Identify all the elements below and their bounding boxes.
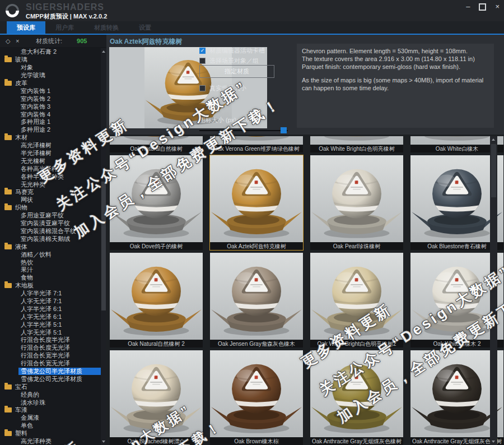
scrollbar-thumb[interactable] [101, 182, 106, 310]
icon-size-slider[interactable] [199, 127, 288, 133]
tree-item[interactable]: 人字无光泽 7:1 [0, 298, 101, 305]
tree-item[interactable]: 食物 [0, 274, 101, 282]
tree-item[interactable]: 多种用途 1 [0, 118, 101, 126]
tree-item[interactable]: 室内装潢亚麻平纹 [0, 220, 101, 228]
material-thumbnail [110, 136, 203, 145]
material-tile[interactable]: Oak Anthracite Gray无烟煤灰色橡树 [310, 350, 403, 445]
tree-folder[interactable]: 玻璃 [0, 56, 101, 64]
tree-label: 木地板 [15, 281, 34, 290]
tree-item[interactable]: 网状 [0, 196, 101, 204]
tree-item[interactable]: 多用途亚麻平纹 [0, 212, 101, 220]
tree-item[interactable]: 热饮 [0, 258, 101, 266]
grid-scroll-up-icon[interactable] [492, 138, 495, 141]
tree-item[interactable]: 行混合长宽半光泽 [0, 352, 101, 360]
tree-item[interactable]: 淡水珍珠 [0, 398, 101, 406]
slider-track[interactable] [199, 130, 288, 131]
tree-item[interactable]: 意大利石膏 2 [0, 48, 101, 56]
tree-item[interactable]: 金属漆 [0, 414, 101, 422]
tree-item[interactable]: 行混合长度半光泽 [0, 336, 101, 344]
scroll-up-icon[interactable] [102, 50, 105, 53]
material-thumbnail [310, 350, 403, 437]
tree-label: 织物 [15, 203, 27, 212]
tab-material-converter[interactable]: 材质转换 [84, 21, 129, 34]
material-tile[interactable]: Oak White Bright白色明亮橡树2 [310, 253, 403, 347]
tree-item[interactable]: 单色 [0, 422, 101, 430]
scroll-down-icon[interactable] [102, 441, 105, 443]
assign-material-button[interactable]: 指定材质 [199, 65, 274, 78]
close-button[interactable]: × [495, 2, 500, 11]
material-tile[interactable]: Oak Dove鸽子的橡树 [110, 155, 203, 250]
app-subtitle: CMPP材质预设 | MAX v.2.0.2 [26, 12, 107, 21]
tree-item[interactable]: 室内装饰 4 [0, 110, 101, 118]
folder-icon [4, 431, 12, 436]
material-tile[interactable]: Oak Jensen Gray詹森灰色橡木 [210, 253, 303, 347]
tree-item[interactable]: 室内装饰 3 [0, 103, 101, 110]
slider-handle[interactable] [281, 127, 287, 133]
tree-item[interactable]: 各种高光泽种类 [0, 165, 101, 173]
tree-folder[interactable]: 织物 [0, 204, 101, 212]
tree-item[interactable]: 人字半光泽 5:1 [0, 321, 101, 328]
tree-item[interactable]: 果汁 [0, 266, 101, 274]
material-tile[interactable]: Oak Pearl珍珠橡树 [310, 155, 403, 250]
tree-folder[interactable]: 塑料 [0, 430, 101, 438]
material-tile[interactable]: Oak Natural自然橡树 2 [110, 253, 203, 347]
tree-item[interactable]: 半光泽橡树 [0, 150, 101, 157]
active-slot-checkbox[interactable]: ✓ [199, 48, 206, 54]
tree-folder[interactable]: 皮革 [0, 80, 101, 87]
tree-item[interactable]: 室内装潢棉混合平纹 [0, 227, 101, 235]
tree-item[interactable]: 人字半光泽 6:1 [0, 305, 101, 313]
tree-item[interactable]: 高光泽种类 [0, 438, 101, 445]
tree-item[interactable]: 雪佛龙公司无光泽材质 [0, 375, 101, 383]
tree-folder[interactable]: 车漆 [0, 406, 101, 414]
tab-settings[interactable]: 设置 [129, 21, 161, 34]
material-tile[interactable]: Oak Aztek阿兹特克橡树 [210, 155, 303, 250]
material-tile[interactable]: Oak Natural自然橡树 [110, 136, 203, 152]
tree-item[interactable]: 酒精／饮料 [0, 251, 101, 258]
tab-user-library[interactable]: 用户库 [45, 21, 84, 34]
tree-item[interactable]: 高光泽橡树 [0, 142, 101, 150]
tree-folder[interactable]: 宝石 [0, 383, 101, 391]
tree-label: 意大利石膏 2 [21, 48, 57, 56]
tree-item[interactable]: 行混合长宽无光泽 [0, 360, 101, 368]
material-tile[interactable]: Oak Bleached橡树漂白 [110, 350, 203, 445]
tree-item[interactable]: 室内装饰 2 [0, 95, 101, 103]
tab-preset-library[interactable]: 预设库 [7, 21, 45, 34]
tree-label: 食物 [21, 274, 33, 282]
diamond-icon[interactable]: ◇ [6, 38, 16, 45]
tree-item[interactable]: 多种用途 2 [0, 126, 101, 134]
tree-item[interactable]: 无光种类 [0, 180, 101, 188]
tree-label: 半光泽橡树 [21, 149, 52, 157]
tree-item[interactable]: 经典的 [0, 391, 101, 398]
selected-material-title: Oak Aztek阿兹特克橡树 [110, 37, 183, 47]
minimize-button[interactable]: – [466, 2, 470, 11]
tree-item[interactable]: 室内装饰 1 [0, 87, 101, 95]
grid-scrollbar-thumb[interactable] [491, 144, 496, 197]
grid-scrollbar[interactable] [490, 136, 497, 445]
tree-folder[interactable]: 马赛克 [0, 188, 101, 196]
tree-item[interactable]: 人字半光泽 7:1 [0, 290, 101, 298]
sidebar-scrollbar[interactable] [101, 48, 106, 445]
tree-item[interactable]: 室内装潢棉天鹅绒 [0, 235, 101, 243]
tree-item[interactable]: 光学玻璃 [0, 72, 101, 80]
tree-item[interactable]: 雪佛龙公司半光泽材质 [18, 368, 101, 376]
material-label: Oak Brown橡木棕 [210, 438, 303, 445]
material-tile[interactable]: Oak White Bright白色明亮橡树 [310, 136, 403, 152]
tree-item[interactable]: 对象 [0, 64, 101, 72]
tree-item[interactable]: 行混合长度无光泽 [0, 344, 101, 352]
maximize-button[interactable] [479, 3, 486, 11]
tree-label: 金属漆 [21, 414, 39, 422]
material-tile[interactable]: Oak Verona Green维罗纳绿色橡树 [210, 136, 303, 152]
tree-label: 网状 [21, 196, 33, 204]
tree-item[interactable]: 人字无光泽 5:1 [0, 328, 101, 336]
real-world-size-checkbox[interactable] [199, 85, 206, 91]
tree-folder[interactable]: 木地板 [0, 282, 101, 290]
grid-scroll-down-icon[interactable] [492, 441, 495, 443]
material-tile[interactable]: Oak Brown橡木棕 [210, 350, 303, 445]
tree-item[interactable]: 无光橡树 [0, 157, 101, 165]
tree-folder[interactable]: 液体 [0, 243, 101, 251]
clear-icon[interactable]: × [16, 38, 26, 44]
tree-item[interactable]: 人字无光泽 6:1 [0, 313, 101, 321]
tree-folder[interactable]: 木材 [0, 134, 101, 142]
tree-item[interactable]: 各种半光泽种类 [0, 173, 101, 180]
select-scene-objects-checkbox[interactable] [199, 58, 206, 64]
